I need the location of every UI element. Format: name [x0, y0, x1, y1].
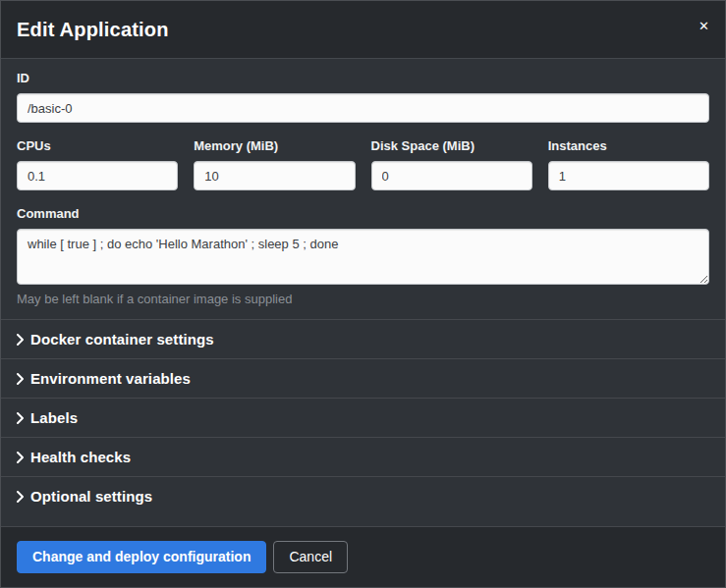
modal-header: Edit Application ✕	[1, 1, 725, 59]
chevron-right-icon	[17, 412, 30, 424]
instances-field-group: Instances	[548, 138, 709, 190]
cpus-label: CPUs	[17, 138, 178, 153]
disk-input[interactable]	[371, 161, 532, 190]
memory-label: Memory (MiB)	[194, 138, 355, 153]
chevron-right-icon	[17, 452, 30, 463]
modal-body: ID CPUs Memory (MiB) Disk Space (MiB) In…	[1, 59, 725, 526]
memory-field-group: Memory (MiB)	[194, 138, 355, 190]
cpus-field-group: CPUs	[17, 138, 178, 190]
section-docker-container-settings[interactable]: Docker container settings	[17, 320, 709, 358]
section-label: Labels	[30, 409, 78, 426]
cpus-input[interactable]	[17, 161, 178, 190]
id-label: ID	[17, 71, 709, 85]
command-help-text: May be left blank if a container image i…	[17, 292, 709, 306]
edit-application-modal: Edit Application ✕ ID CPUs Memory (MiB) …	[0, 0, 726, 588]
instances-label: Instances	[548, 138, 709, 153]
command-label: Command	[17, 206, 709, 221]
chevron-right-icon	[17, 373, 30, 385]
section-health-checks[interactable]: Health checks	[17, 438, 709, 476]
chevron-right-icon	[17, 334, 30, 346]
command-field-group: Command while [ true ] ; do echo 'Hello …	[17, 206, 709, 306]
section-labels[interactable]: Labels	[17, 399, 709, 437]
command-textarea[interactable]: while [ true ] ; do echo 'Hello Marathon…	[17, 229, 709, 285]
change-and-deploy-button[interactable]: Change and deploy configuration	[17, 541, 266, 573]
section-label: Docker container settings	[30, 331, 214, 347]
section-label: Optional settings	[30, 488, 152, 505]
modal-footer: Change and deploy configuration Cancel	[1, 526, 725, 587]
instances-input[interactable]	[548, 161, 709, 190]
section-label: Health checks	[30, 449, 131, 465]
section-optional-settings[interactable]: Optional settings	[17, 477, 709, 515]
id-field-group: ID	[17, 71, 709, 123]
memory-input[interactable]	[194, 161, 355, 190]
close-icon[interactable]: ✕	[698, 20, 709, 32]
disk-label: Disk Space (MiB)	[371, 138, 532, 153]
cancel-button[interactable]: Cancel	[273, 541, 348, 573]
section-environment-variables[interactable]: Environment variables	[17, 359, 709, 398]
section-label: Environment variables	[30, 370, 191, 387]
modal-title: Edit Application	[17, 18, 169, 41]
resources-row: CPUs Memory (MiB) Disk Space (MiB) Insta…	[17, 138, 709, 206]
chevron-right-icon	[17, 491, 30, 503]
disk-field-group: Disk Space (MiB)	[371, 138, 532, 190]
id-input[interactable]	[17, 93, 709, 123]
